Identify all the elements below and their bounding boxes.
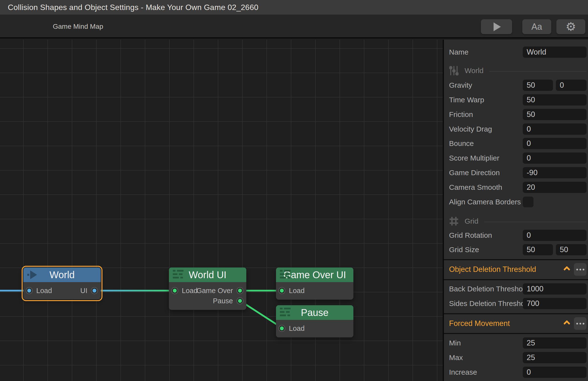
name-row: Name World <box>449 46 587 58</box>
ui-list-icon <box>280 308 291 317</box>
node-game-over-ui-header[interactable]: Game Over UI <box>276 268 353 282</box>
window-title: Collision Shapes and Object Settings - M… <box>8 3 258 12</box>
score-multiplier-input[interactable]: 0 <box>523 153 587 164</box>
section-title: Grid <box>465 217 479 225</box>
sides-deletion-threshold-input[interactable]: 700 <box>523 298 587 309</box>
tab-game-mind-map[interactable]: Game Mind Map <box>53 15 103 39</box>
section-divider <box>444 279 588 280</box>
grid-rotation-input[interactable]: 0 <box>523 230 587 241</box>
property-row: Camera Smooth 20 <box>449 182 587 193</box>
node-world[interactable]: World Load UI <box>23 268 101 299</box>
section-rule <box>489 71 587 72</box>
property-row: Score Multiplier 0 <box>449 153 587 164</box>
port-worldui-gameover-output[interactable] <box>236 287 244 294</box>
port-worldui-pause-output[interactable] <box>236 297 244 305</box>
node-world-ui-header[interactable]: World UI <box>169 268 246 282</box>
property-row: Gravity 50 0 <box>449 80 587 91</box>
collapse-chevron-icon[interactable] <box>564 266 570 273</box>
section-grid-header: Grid <box>449 216 587 227</box>
node-world-body: Load UI <box>23 282 101 299</box>
property-row: Max 25 <box>449 352 587 363</box>
port-world-load-input[interactable] <box>25 287 33 294</box>
property-row: Friction 50 <box>449 109 587 120</box>
section-rule <box>484 222 587 222</box>
name-label: Name <box>449 48 468 56</box>
port-label: Pause <box>213 297 233 305</box>
node-title: Pause <box>301 307 328 318</box>
property-row: Sides Deletion Threshold 700 <box>449 298 587 309</box>
node-game-over-ui-body: Load <box>276 282 353 300</box>
ellipsis-icon <box>580 323 581 324</box>
node-game-over-ui[interactable]: Game Over UI Load <box>276 268 353 300</box>
velocity-drag-input[interactable]: 0 <box>523 124 587 135</box>
section-divider <box>444 313 588 314</box>
play-icon <box>494 22 501 31</box>
group-forced-movement[interactable]: Forced Movement <box>449 317 587 330</box>
grid-size-x-input[interactable]: 50 <box>523 244 553 255</box>
max-input[interactable]: 25 <box>523 352 587 363</box>
node-world-header[interactable]: World <box>23 268 101 282</box>
node-world-ui[interactable]: World UI Load Game Over Pause <box>169 268 246 310</box>
ellipsis-icon <box>580 269 581 270</box>
align-camera-borders-checkbox[interactable] <box>523 197 533 207</box>
property-row: Grid Size 50 50 <box>449 244 587 255</box>
port-label: Load <box>182 287 198 295</box>
port-gameoverui-load-input[interactable] <box>278 287 286 294</box>
property-row: Grid Rotation 0 <box>449 230 587 241</box>
play-button[interactable] <box>481 19 512 34</box>
property-row: Increase 0 <box>449 367 587 378</box>
node-pause[interactable]: Pause Load <box>276 305 353 337</box>
port-label: Game Over <box>196 287 233 295</box>
gravity-y-input[interactable]: 0 <box>556 80 587 91</box>
back-deletion-threshold-input[interactable]: 1000 <box>523 283 587 294</box>
toolbar: Game Mind Map Aa <box>0 15 588 39</box>
group-object-deletion-threshold[interactable]: Object Deletion Threshold <box>449 263 587 276</box>
node-pause-header[interactable]: Pause <box>276 305 353 320</box>
property-row: Bounce 0 <box>449 138 587 149</box>
property-row: Time Warp 50 <box>449 94 587 106</box>
min-input[interactable]: 25 <box>523 337 587 349</box>
gravity-x-input[interactable]: 50 <box>523 80 553 91</box>
text-style-label: Aa <box>531 22 542 32</box>
property-row: Velocity Drag 0 <box>449 124 587 135</box>
gear-icon <box>566 21 576 33</box>
port-label: Load <box>289 324 305 333</box>
property-row: Game Direction -90 <box>449 167 587 178</box>
increase-input[interactable]: 0 <box>523 367 587 378</box>
node-world-ui-body: Load Game Over Pause <box>169 282 246 310</box>
time-warp-input[interactable]: 50 <box>523 94 587 106</box>
settings-button[interactable] <box>556 19 585 34</box>
port-pause-load-input[interactable] <box>278 325 286 332</box>
more-options-button[interactable] <box>574 263 587 276</box>
grid-size-y-input[interactable]: 50 <box>556 244 587 255</box>
bounce-input[interactable]: 0 <box>523 138 587 149</box>
node-title: Game Over UI <box>283 269 346 280</box>
camera-smooth-input[interactable]: 20 <box>523 182 587 193</box>
port-label: Load <box>36 287 52 295</box>
friction-input[interactable]: 50 <box>523 109 587 120</box>
behavior-play-icon <box>27 270 38 279</box>
section-world-header: World <box>449 65 587 76</box>
collapse-chevron-icon[interactable] <box>564 320 570 327</box>
node-pause-body: Load <box>276 320 353 337</box>
sliders-icon <box>449 65 459 76</box>
grid-icon <box>449 216 459 226</box>
section-title: World <box>465 67 483 75</box>
port-worldui-load-input[interactable] <box>171 287 178 294</box>
property-row: Align Camera Borders <box>449 196 587 207</box>
node-canvas[interactable]: World Load UI <box>0 40 443 381</box>
port-world-ui-output[interactable] <box>91 287 98 294</box>
game-direction-input[interactable]: -90 <box>523 167 587 178</box>
name-input[interactable]: World <box>523 46 587 58</box>
ui-list-icon <box>173 270 184 280</box>
ui-list-icon <box>280 270 291 280</box>
port-label: Load <box>289 287 305 295</box>
property-row: Back Deletion Threshold 1000 <box>449 283 587 294</box>
more-options-button[interactable] <box>574 317 587 330</box>
node-title: World UI <box>189 269 227 280</box>
text-style-button[interactable]: Aa <box>522 19 551 34</box>
connections-layer <box>0 40 443 381</box>
inspector-panel: Name World World Gravity 50 0 Time Warp … <box>443 40 588 381</box>
property-row: Min 25 <box>449 337 587 349</box>
node-title: World <box>49 269 75 280</box>
